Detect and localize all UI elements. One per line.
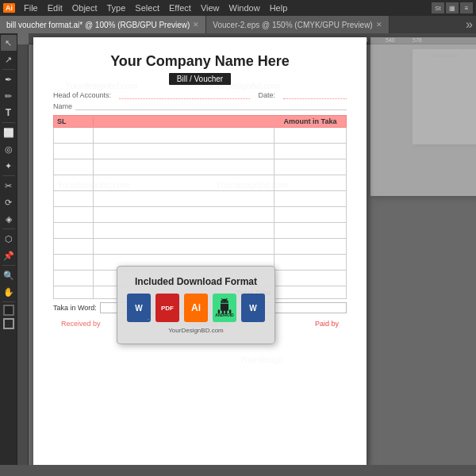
total-sl-spacer (54, 286, 94, 298)
table-row-1 (53, 128, 347, 144)
workspace-icon-2[interactable]: ▦ (446, 2, 459, 13)
tab-overflow[interactable]: » (466, 17, 476, 32)
tool-sep-1 (2, 69, 15, 70)
tool-ellipse[interactable]: ◎ (1, 141, 17, 157)
workspace-icon-3[interactable]: ≡ (460, 2, 473, 13)
name-row: Name (53, 102, 347, 110)
head-of-accounts-line (119, 98, 250, 99)
tool-scissors[interactable]: ✂ (1, 178, 17, 194)
table-cell-amt-8 (274, 239, 346, 254)
overlay-icons: W . PDF Ai (127, 294, 265, 322)
right-canvas-hint: Yourdesign (413, 49, 476, 144)
watermark-6: Yourdesign (240, 355, 283, 364)
menu-help[interactable]: Help (266, 3, 292, 13)
table-row-5 (53, 191, 347, 207)
download-format-dialog: Included Download Format W . PDF (117, 266, 275, 344)
table-cell-amt-1 (274, 128, 346, 143)
table-cell-desc-8 (94, 239, 274, 254)
tool-eyedropper[interactable]: 📌 (1, 248, 17, 263)
tool-sep-2 (2, 122, 15, 123)
table-cell-amt-6 (274, 207, 346, 222)
doc-content: Your Company Name Here Bill / Voucher He… (33, 37, 367, 336)
table-cell-sl-9 (54, 255, 94, 270)
tool-zoom[interactable]: 🔍 (1, 267, 17, 283)
menu-file[interactable]: File (20, 3, 42, 13)
tool-sep-4 (2, 228, 15, 229)
table-cell-amt-4 (274, 175, 346, 190)
tool-pen[interactable]: ✒ (1, 71, 17, 87)
menu-view[interactable]: View (197, 3, 224, 13)
document-canvas: Yourdesignbd.com Yourdesignbd.com Yourde… (33, 37, 367, 465)
doc-subtitle-wrapper: Bill / Voucher (53, 73, 347, 85)
date-label: Date: (258, 91, 275, 99)
company-name: Your Company Name Here (53, 53, 347, 70)
head-of-accounts-label: Head of Accounts: (53, 91, 111, 99)
total-value (274, 286, 346, 298)
table-cell-sl-7 (54, 223, 94, 238)
tool-pencil[interactable]: ✏ (1, 88, 17, 104)
workspace-icon-1[interactable]: St (432, 2, 444, 13)
tool-rotate[interactable]: ⟳ (1, 194, 17, 210)
table-cell-sl-4 (54, 175, 94, 190)
table-cell-desc-7 (94, 223, 274, 238)
word-label: W (135, 304, 142, 313)
tool-sep-6 (2, 301, 15, 302)
format-icon-ai: Ai (184, 294, 208, 322)
table-cell-amt-9 (274, 255, 346, 270)
tool-select[interactable]: ↖ (1, 35, 17, 51)
table-cell-sl-3 (54, 159, 94, 175)
pdf-label: PDF (161, 305, 174, 312)
sig-paid: Paid by (315, 320, 339, 328)
table-cell-amt-2 (274, 144, 346, 159)
stroke-color[interactable] (3, 318, 14, 329)
table-cell-sl-8 (54, 239, 94, 254)
format-icon-pdf: PDF (155, 294, 179, 322)
word-sublabel: . (148, 316, 149, 321)
table-section: SL Amount in Taka (53, 115, 347, 299)
tool-hand[interactable]: ✋ (1, 284, 17, 300)
taka-word-label: Taka in Word: (53, 304, 97, 312)
tool-reflect[interactable]: ◈ (1, 211, 17, 227)
table-header-amount: Amount in Taka (274, 117, 346, 125)
menu-edit[interactable]: Edit (44, 3, 67, 13)
tool-type[interactable]: T (1, 105, 17, 121)
name-line (75, 109, 347, 110)
tool-sep-3 (2, 175, 15, 176)
ruler-vertical (17, 44, 29, 465)
table-cell-amt-10 (274, 271, 346, 286)
date-line (283, 98, 347, 99)
table-cell-sl-5 (54, 191, 94, 206)
left-toolbar: ↖ ↗ ✒ ✏ T ⬜ ◎ ✦ ✂ ⟳ ◈ ⬡ 📌 🔍 ✋ (0, 33, 17, 465)
right-canvas-label: Yourdesign (413, 49, 476, 61)
menu-select[interactable]: Select (131, 3, 163, 13)
tab-voucer-2[interactable]: Voucer-2.eps @ 150% (CMYK/GPU Preview) ✕ (206, 16, 389, 33)
menu-window[interactable]: Window (225, 3, 264, 13)
tool-sep-5 (2, 265, 15, 266)
tool-rectangle[interactable]: ⬜ (1, 125, 17, 140)
tab-bar: bill voucher format.ai* @ 100% (RGB/GPU … (0, 16, 476, 33)
table-cell-amt-7 (274, 223, 346, 238)
table-row-4 (53, 175, 347, 191)
tab-bill-voucher[interactable]: bill voucher format.ai* @ 100% (RGB/GPU … (0, 16, 206, 33)
menu-effect[interactable]: Effect (165, 3, 195, 13)
table-cell-desc-6 (94, 207, 274, 222)
tab-bill-voucher-close[interactable]: ✕ (193, 21, 199, 29)
table-cell-sl-10 (54, 271, 94, 286)
menu-object[interactable]: Object (68, 3, 102, 13)
android-svg (217, 298, 232, 314)
table-cell-sl-6 (54, 207, 94, 222)
fill-color[interactable] (3, 305, 14, 316)
tab-voucer-2-close[interactable]: ✕ (376, 21, 382, 29)
table-row-3 (53, 159, 347, 175)
table-cell-desc-3 (94, 159, 274, 175)
android-text: ANDROID (215, 313, 233, 317)
tool-star[interactable]: ✦ (1, 158, 17, 174)
word2-label: W (249, 304, 256, 313)
table-header-sl: SL (54, 117, 94, 125)
menu-type[interactable]: Type (103, 3, 130, 13)
tool-direct-select[interactable]: ↗ (1, 52, 17, 67)
table-cell-amt-5 (274, 191, 346, 206)
tool-blend[interactable]: ⬡ (1, 231, 17, 247)
table-cell-amt-3 (274, 159, 346, 175)
table-cell-sl-2 (54, 144, 94, 159)
